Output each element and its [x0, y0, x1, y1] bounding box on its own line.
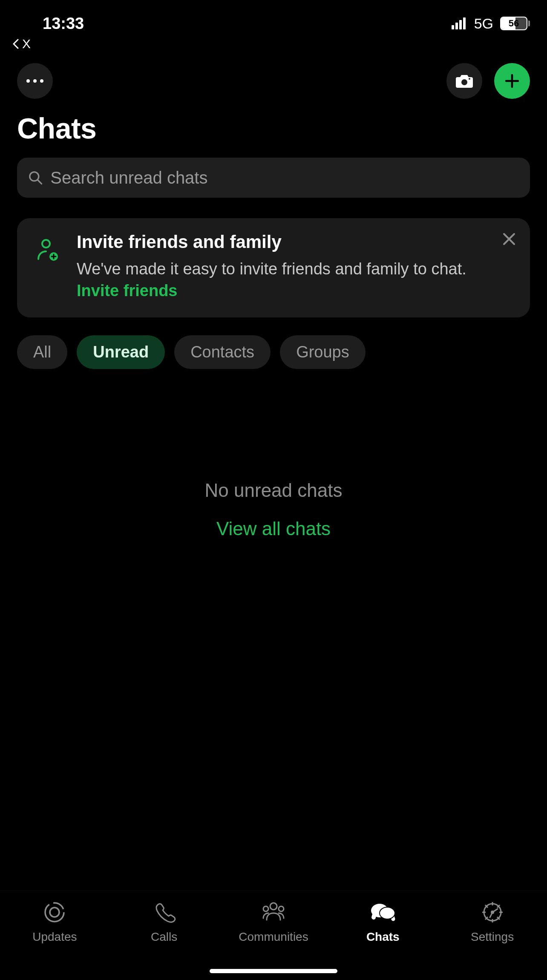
svg-point-4	[42, 240, 50, 248]
communities-icon	[260, 899, 287, 926]
search-input[interactable]	[50, 168, 519, 187]
back-app-label: X	[22, 37, 31, 51]
back-to-app-button[interactable]: X	[0, 37, 547, 51]
tab-bar: Updates Calls Communities	[0, 891, 547, 980]
home-indicator[interactable]	[210, 969, 337, 973]
tab-updates[interactable]: Updates	[0, 899, 109, 944]
svg-point-0	[461, 79, 467, 85]
status-time: 13:33	[43, 14, 84, 33]
tab-settings[interactable]: Settings	[438, 899, 547, 944]
ellipsis-icon	[26, 79, 43, 83]
svg-point-8	[270, 903, 277, 910]
status-icon	[43, 899, 66, 926]
svg-line-24	[492, 909, 498, 912]
camera-icon	[455, 73, 474, 89]
tab-chats[interactable]: Chats	[328, 899, 438, 944]
gear-icon	[481, 899, 504, 926]
svg-point-6	[45, 903, 64, 922]
status-bar: 13:33 5G 56	[0, 0, 547, 38]
invite-friends-link[interactable]: Invite friends	[77, 282, 178, 300]
tab-calls[interactable]: Calls	[109, 899, 219, 944]
view-all-chats-link[interactable]: View all chats	[0, 518, 547, 539]
search-container	[17, 158, 530, 198]
back-caret-icon	[12, 39, 20, 49]
network-type: 5G	[474, 15, 493, 32]
empty-message: No unread chats	[0, 480, 547, 501]
svg-point-10	[279, 906, 284, 911]
svg-point-7	[50, 908, 59, 917]
banner-desc-text: We've made it easy to invite friends and…	[77, 260, 466, 278]
filter-chip-unread[interactable]: Unread	[77, 335, 165, 369]
filter-chips: All Unread Contacts Groups	[0, 317, 547, 369]
search-icon	[28, 170, 43, 185]
svg-point-1	[469, 78, 470, 80]
camera-button[interactable]	[446, 63, 482, 99]
top-actions	[0, 51, 547, 99]
invite-person-icon	[31, 232, 65, 262]
tab-label: Updates	[32, 930, 77, 944]
more-options-button[interactable]	[17, 63, 53, 99]
banner-description: We've made it easy to invite friends and…	[77, 258, 495, 302]
battery-indicator: 56	[500, 17, 530, 30]
search-field[interactable]	[17, 158, 530, 198]
filter-chip-groups[interactable]: Groups	[280, 335, 366, 369]
tab-label: Calls	[151, 930, 177, 944]
tab-label: Chats	[366, 930, 400, 944]
battery-level: 56	[501, 17, 527, 29]
tab-label: Settings	[471, 930, 514, 944]
svg-line-3	[38, 180, 42, 184]
tab-label: Communities	[239, 930, 308, 944]
status-right: 5G 56	[452, 15, 530, 32]
new-chat-button[interactable]	[494, 63, 530, 99]
chats-icon	[369, 899, 397, 926]
filter-chip-all[interactable]: All	[17, 335, 67, 369]
plus-icon	[504, 72, 521, 89]
banner-title: Invite friends and family	[77, 232, 495, 252]
close-banner-button[interactable]	[499, 229, 519, 249]
invite-banner: Invite friends and family We've made it …	[17, 218, 530, 317]
tab-communities[interactable]: Communities	[219, 899, 328, 944]
phone-icon	[152, 899, 176, 926]
svg-point-2	[30, 172, 39, 181]
close-icon	[501, 231, 517, 247]
empty-state: No unread chats View all chats	[0, 480, 547, 539]
page-title: Chats	[0, 99, 547, 153]
cellular-signal-icon	[452, 17, 466, 29]
svg-point-9	[263, 906, 268, 911]
filter-chip-contacts[interactable]: Contacts	[174, 335, 271, 369]
